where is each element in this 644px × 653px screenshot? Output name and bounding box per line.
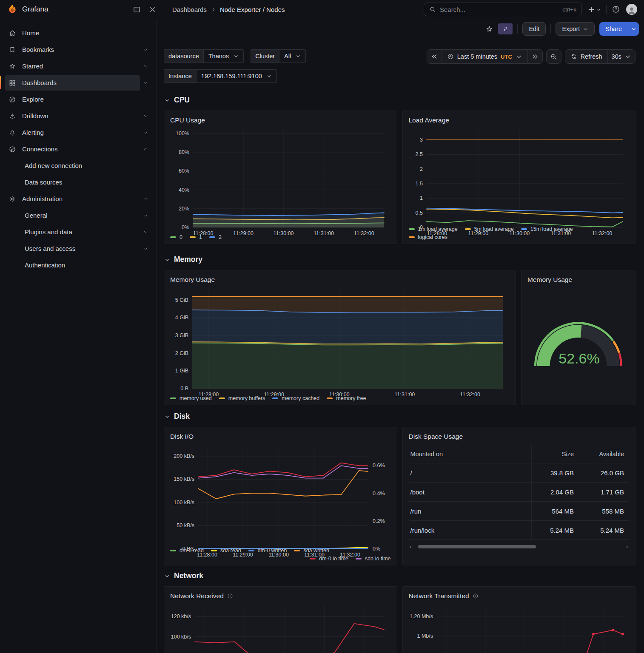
section-cpu[interactable]: CPU (165, 96, 635, 105)
time-range-picker[interactable]: Last 5 minutes UTC (442, 50, 527, 63)
section-disk[interactable]: Disk (165, 412, 635, 421)
help-button[interactable] (612, 5, 620, 14)
svg-text:20%: 20% (179, 206, 189, 212)
sidebar-item-alerting[interactable]: Alerting (5, 125, 151, 140)
panel-title[interactable]: CPU Usage (170, 115, 391, 125)
close-sidebar-button[interactable] (148, 6, 157, 14)
panel-network-transmitted: Network Transmitted 11:28:0011:29:0011:3… (402, 586, 636, 653)
svg-text:11:28:00: 11:28:00 (427, 230, 447, 236)
column-header[interactable]: Available (579, 445, 629, 463)
network-transmitted-chart[interactable]: 11:28:0011:29:0011:30:0011:31:0011:32:00… (409, 601, 630, 653)
memory-usage-chart[interactable]: 11:28:0011:29:0011:30:0011:31:0011:32:00… (170, 285, 510, 394)
variable-datasource[interactable]: datasource Thanos (164, 49, 244, 63)
chevron-down-icon[interactable] (140, 130, 151, 135)
edit-button[interactable]: Edit (522, 22, 546, 36)
panel-title[interactable]: Network Received (170, 591, 391, 601)
panel-title[interactable]: Disk Space Usage (409, 432, 630, 442)
sidebar-item-label: Administration (22, 195, 63, 202)
chevron-right-icon (211, 7, 216, 12)
section-network[interactable]: Network (165, 571, 635, 580)
sidebar-item-authentication[interactable]: Authentication (5, 257, 151, 273)
chevron-down-icon[interactable] (140, 47, 151, 52)
time-shift-forward-button[interactable] (527, 50, 542, 63)
table-cell: / (409, 463, 532, 482)
variable-cluster[interactable]: Cluster All (251, 49, 306, 63)
scroll-left-icon[interactable] (409, 545, 413, 549)
chevron-up-icon[interactable] (140, 146, 151, 152)
dock-sidebar-button[interactable] (133, 6, 141, 14)
chevron-down-icon[interactable] (140, 63, 151, 69)
search-bar[interactable]: ctrl+k (424, 3, 582, 16)
search-input[interactable] (440, 6, 559, 13)
table-row: /39.8 GB26.0 GB (409, 463, 630, 483)
svg-text:50 kB/s: 50 kB/s (177, 522, 194, 528)
share-options-button[interactable] (628, 22, 639, 36)
sidebar-item-drilldown[interactable]: Drilldown (5, 108, 151, 124)
search-shortcut: ctrl+k (562, 6, 576, 13)
sidebar-item-data-sources[interactable]: Data sources (5, 174, 151, 190)
chevron-down-icon[interactable] (140, 229, 151, 235)
chevron-up-icon[interactable] (140, 196, 151, 202)
panel-title[interactable]: Memory Usage (170, 275, 510, 285)
sidebar-item-home[interactable]: Home (5, 25, 151, 41)
scroll-right-icon[interactable] (625, 545, 629, 549)
share-button[interactable]: Share (599, 22, 628, 36)
variable-cluster-value: All (284, 53, 291, 60)
zoom-out-button[interactable] (546, 49, 561, 64)
chevron-down-icon[interactable] (140, 113, 151, 119)
sidebar-item-plugins-and-data[interactable]: Plugins and data (5, 224, 151, 240)
sidebar-item-connections[interactable]: Connections (5, 141, 151, 157)
export-button[interactable]: Export (556, 22, 595, 36)
view-mode-button[interactable] (498, 23, 513, 34)
new-button[interactable] (588, 6, 601, 13)
sidebar-item-dashboards[interactable]: Dashboards (5, 75, 151, 91)
column-header[interactable]: Size (531, 445, 579, 463)
table-row: /boot2.04 GB1.71 GB (409, 483, 630, 502)
sidebar-item-users-and-access[interactable]: Users and access (5, 241, 151, 256)
section-memory[interactable]: Memory (165, 255, 635, 264)
sidebar-item-explore[interactable]: Explore (5, 91, 151, 107)
table-row: /run564 MB558 MB (409, 502, 630, 521)
panel-title[interactable]: Network Transmitted (409, 591, 630, 601)
refresh-button[interactable]: Refresh (565, 50, 607, 63)
chevron-down-icon[interactable] (140, 80, 151, 85)
star-dashboard-button[interactable] (485, 25, 493, 33)
panel-title[interactable]: Load Average (409, 115, 630, 125)
sidebar-item-administration[interactable]: Administration (5, 191, 151, 207)
svg-text:40%: 40% (179, 187, 189, 193)
svg-text:0.2%: 0.2% (373, 518, 385, 524)
table-cell: 39.8 GB (531, 463, 579, 482)
time-shift-back-button[interactable] (427, 50, 442, 63)
sidebar-item-general[interactable]: General (5, 207, 151, 223)
user-avatar[interactable] (626, 4, 637, 15)
sidebar-item-bookmarks[interactable]: Bookmarks (5, 42, 151, 57)
chevron-down-icon[interactable] (140, 246, 151, 251)
scrollbar-thumb[interactable] (418, 545, 536, 548)
table-cell: 26.0 GB (579, 463, 629, 482)
svg-text:11:32:00: 11:32:00 (354, 230, 374, 236)
sidebar-item-label: Alerting (22, 129, 44, 136)
load-average-chart[interactable]: 11:28:0011:29:0011:30:0011:31:0011:32:00… (409, 125, 630, 224)
chevron-down-icon (267, 74, 272, 79)
network-received-chart[interactable]: 11:28:0011:29:0011:30:0011:31:0011:32:00… (170, 601, 391, 653)
chevron-up-icon (143, 196, 148, 202)
svg-text:3 GiB: 3 GiB (175, 332, 188, 338)
sidebar-item-starred[interactable]: Starred (5, 58, 151, 74)
timezone-label: UTC (501, 54, 512, 60)
panel-title[interactable]: Memory Usage (527, 275, 629, 285)
sidebar-item-label: Drilldown (22, 112, 48, 119)
refresh-interval-picker[interactable]: 30s (607, 50, 635, 63)
svg-text:0.4%: 0.4% (373, 491, 385, 497)
cpu-usage-chart[interactable]: 11:28:0011:29:0011:30:0011:31:0011:32:00… (170, 125, 391, 233)
panel-title[interactable]: Disk I/O (170, 432, 391, 442)
horizontal-scrollbar[interactable] (409, 543, 630, 550)
disk-io-chart[interactable]: 11:28:0011:29:0011:30:0011:31:0011:32:00… (170, 442, 391, 546)
svg-text:11:29:00: 11:29:00 (233, 230, 254, 236)
svg-text:11:32:00: 11:32:00 (340, 552, 360, 558)
column-header[interactable]: Mounted on (409, 445, 532, 463)
chevron-down-icon[interactable] (140, 213, 151, 218)
sidebar-item-add-new-connection[interactable]: Add new connection (5, 158, 151, 173)
breadcrumb-dashboards[interactable]: Dashboards (172, 6, 207, 13)
variable-instance[interactable]: Instance 192.168.159.111:9100 (164, 69, 277, 83)
table-cell: 558 MB (579, 502, 629, 520)
